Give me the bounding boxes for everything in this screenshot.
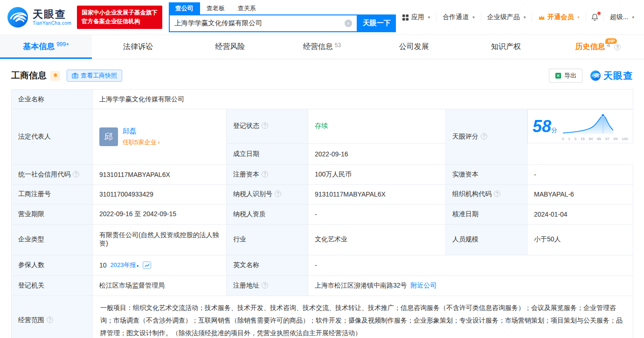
row-status: 法定代表人 邱 邱磊 任职5家企业 登记状态 存续 天眼评分 58分 xyxy=(12,109,633,144)
reg-status-help-icon[interactable] xyxy=(262,122,268,129)
taxpayer-no-label-cell: 纳税人识别号 xyxy=(227,184,308,204)
authority-label: 登记机关 xyxy=(18,282,44,289)
search-button[interactable]: 天眼一下 xyxy=(358,14,396,32)
nav-enterprise[interactable]: 企业级产品 xyxy=(481,13,532,22)
score-value-cell: 58分 0131550859799100 xyxy=(527,109,633,143)
score-number: 58分 xyxy=(533,118,557,135)
authority-label-cell: 登记机关 xyxy=(12,275,93,296)
brand-domain: TianYanCha.com xyxy=(33,21,71,26)
reg-no-value: 310117004933429 xyxy=(99,190,153,198)
tab-basic-info-count: 999+ xyxy=(56,41,69,48)
tab-history-label: 历史信息 xyxy=(575,42,605,52)
org-code-help-icon[interactable] xyxy=(494,190,500,197)
notification-bell[interactable] xyxy=(586,13,603,22)
term-value-cell: 2022-09-16 至 2042-09-15 xyxy=(93,204,227,224)
address-value-cell: 上海市松江区泖港镇中南路32号 附近公司 xyxy=(308,275,633,296)
scope-help-icon[interactable] xyxy=(47,317,53,323)
nav-open-vip[interactable]: 开通会员 xyxy=(532,13,586,22)
paid-capital-label-cell: 实缴资本 xyxy=(446,164,527,184)
nav-super-vip[interactable]: 超级... xyxy=(603,13,640,22)
brand-name: 天眼查 xyxy=(33,9,71,20)
header: 天眼查 TianYanCha.com 国家中小企业发展子基金旗下 官方备案企业征… xyxy=(0,0,644,35)
score-label-cell: 天眼评分 xyxy=(446,109,527,165)
watermark-logo: 天眼查 xyxy=(590,70,633,82)
credit-code-help-icon[interactable] xyxy=(73,171,79,177)
term-label: 营业期限 xyxy=(18,210,44,218)
annual-report-link[interactable]: 2023年报 xyxy=(111,261,139,269)
tianyancha-logo[interactable]: 天眼查 TianYanCha.com xyxy=(7,6,71,28)
row-company-type: 企业类型 有限责任公司(自然人投资或控股的法人独资) 行业 文化艺术业 人员规模… xyxy=(12,224,633,255)
insured-trend-button[interactable] xyxy=(143,261,151,269)
clear-search-icon[interactable] xyxy=(345,20,352,27)
scope-label-cell: 经营范围 xyxy=(12,296,93,338)
reg-capital-help-icon[interactable] xyxy=(262,171,268,177)
snapshot-button[interactable]: 查看工商快照 xyxy=(67,70,122,82)
legal-rep-label-cell: 法定代表人 xyxy=(12,109,93,165)
search-input[interactable] xyxy=(170,20,345,27)
nav-apps-label: 应用 xyxy=(411,13,424,21)
row-scope: 经营范围 一般项目：组织文化艺术交流活动；技术服务、技术开发、技术咨询、技术交流… xyxy=(12,296,633,338)
org-code-value: MABYAPAL-6 xyxy=(534,190,574,198)
reg-no-value-cell: 310117004933429 xyxy=(93,184,227,204)
reg-status-label-cell: 登记状态 xyxy=(227,109,308,144)
nav-apps[interactable]: 应用 xyxy=(396,13,436,22)
reg-status-value-cell: 存续 xyxy=(308,109,446,144)
score-help-icon[interactable] xyxy=(481,133,487,140)
nav-cooperation-label: 合作通道 xyxy=(443,13,469,21)
english-name-label-cell: 英文名称 xyxy=(227,255,308,275)
subscribe-bell-button[interactable] xyxy=(50,71,60,81)
legal-rep-companies-link[interactable]: 任职5家企业 xyxy=(123,138,160,147)
tab-history[interactable]: 历史信息 4 VIP xyxy=(552,35,644,59)
tab-risk[interactable]: 经营风险 xyxy=(184,35,276,59)
industry-label: 行业 xyxy=(233,235,246,243)
insured-value-cell: 10 2023年报 xyxy=(93,255,227,275)
tab-development-label: 公司发展 xyxy=(399,42,429,52)
taxpayer-quality-value: - xyxy=(315,211,317,218)
tab-operation[interactable]: 经营信息 53 xyxy=(276,35,368,59)
reg-status-value: 存续 xyxy=(315,122,328,129)
search-area: 查公司 查老板 查关系 天眼一下 xyxy=(169,3,396,32)
tab-development[interactable]: 公司发展 xyxy=(368,35,460,59)
tab-operation-count: 53 xyxy=(335,42,341,49)
address-label: 注册地址 xyxy=(233,282,259,289)
camera-icon xyxy=(72,73,78,78)
nearby-companies-link[interactable]: 附近公司 xyxy=(410,282,436,289)
search-tab-company[interactable]: 查公司 xyxy=(169,2,200,14)
row-insured: 参保人数 10 2023年报 英文名称 - xyxy=(12,255,633,275)
credit-code-value: 91310117MABYAPAL6X xyxy=(99,171,170,178)
score-axis: 0131550859799100 xyxy=(562,137,628,141)
taxpayer-no-value: 91310117MABYAPAL6X xyxy=(315,190,386,198)
nav-cooperation[interactable]: 合作通道 xyxy=(436,13,481,22)
row-credit-code: 统一社会信用代码 91310117MABYAPAL6X 注册资本 100万人民币… xyxy=(12,164,633,184)
row-company-name: 企业名称 上海学学赢文化传媒有限公司 xyxy=(12,90,633,109)
taxpayer-no-help-icon[interactable] xyxy=(275,190,281,197)
address-value: 上海市松江区泖港镇中南路32号 xyxy=(315,282,407,289)
credit-code-label-cell: 统一社会信用代码 xyxy=(12,164,93,184)
search-tab-boss[interactable]: 查老板 xyxy=(200,2,231,14)
trend-chart-icon xyxy=(145,263,150,268)
tab-ip[interactable]: 知识产权 xyxy=(460,35,552,59)
company-type-label: 企业类型 xyxy=(18,235,44,243)
search-tab-relation[interactable]: 查关系 xyxy=(231,2,263,14)
certification-line1: 国家中小企业发展子基金旗下 xyxy=(82,8,158,17)
org-code-label: 组织机构代码 xyxy=(452,190,492,197)
org-code-label-cell: 组织机构代码 xyxy=(446,184,527,204)
legal-rep-avatar[interactable]: 邱 xyxy=(99,127,118,146)
reg-capital-label: 注册资本 xyxy=(233,170,259,178)
legal-rep-label: 法定代表人 xyxy=(18,133,51,140)
legal-rep-name-link[interactable]: 邱磊 xyxy=(123,127,137,135)
search-tabs: 查公司 查老板 查关系 xyxy=(169,3,396,14)
authority-value-cell: 松江区市场监督管理局 xyxy=(93,275,227,296)
search-box xyxy=(169,14,358,32)
tab-history-help-icon[interactable] xyxy=(614,44,621,50)
score-chart: 0131550859799100 xyxy=(562,112,628,141)
export-button[interactable]: 导出 xyxy=(549,69,582,83)
tab-basic-info[interactable]: 基本信息 999+ xyxy=(0,35,92,59)
company-name-label-cell: 企业名称 xyxy=(12,90,93,109)
notification-dot xyxy=(597,12,601,15)
address-help-icon[interactable] xyxy=(262,282,268,289)
tab-legal[interactable]: 法律诉讼 xyxy=(92,35,184,59)
score-curve-icon xyxy=(562,112,614,135)
taxpayer-no-label: 纳税人识别号 xyxy=(233,190,272,197)
orange-bell-icon xyxy=(53,73,58,78)
